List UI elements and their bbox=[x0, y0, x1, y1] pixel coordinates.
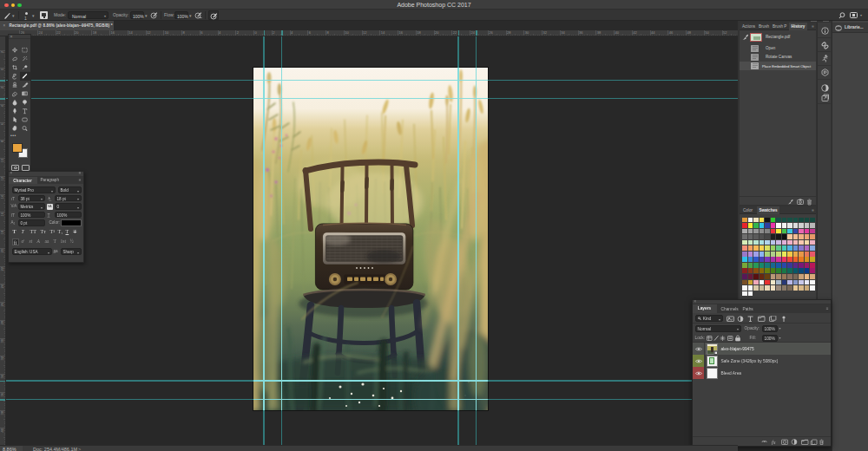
svg-text:fx: fx bbox=[772, 440, 776, 445]
